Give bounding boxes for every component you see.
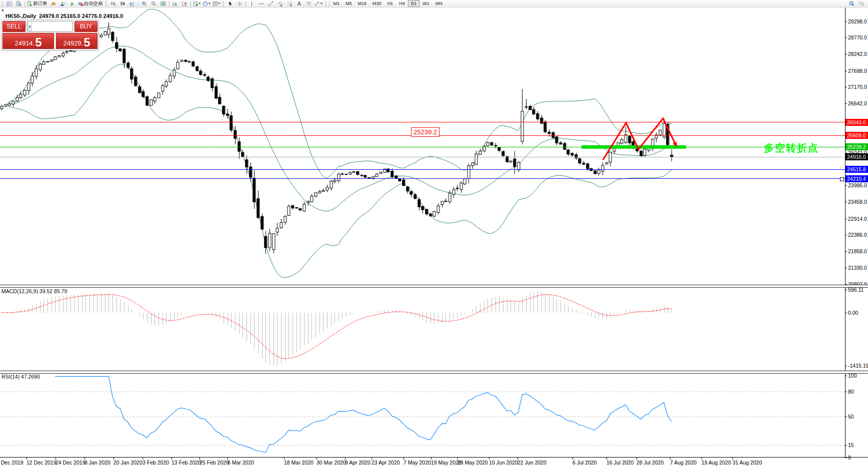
price-tick-label: 28770.0 [848,34,867,40]
toolbar-separator [169,1,170,6]
buy-price-tile[interactable]: 24929.5 [56,33,98,49]
candlestick-chart-button[interactable] [118,0,128,7]
toolbar-separator [329,1,330,6]
price-tick-mark [845,37,847,38]
chart-symbol-period: HK50-,Daily [6,13,36,19]
bar-chart-icon [110,1,116,6]
chart-plot-canvas[interactable] [0,7,845,457]
trendline-button[interactable] [266,0,276,7]
volume-decrease-button[interactable]: ▼ [28,21,32,31]
pane-separator-macd[interactable] [0,285,868,288]
chat-button[interactable] [856,0,866,7]
price-tick-label: 29298.0 [848,18,867,24]
zoom-in-icon [142,1,147,6]
price-tick-label: 23986.0 [848,182,867,188]
price-level-annotation[interactable]: 25239.2 [411,127,440,137]
date-label: 13 Feb 2020 [172,460,201,466]
community-button[interactable] [58,0,68,7]
search-button[interactable] [847,0,856,7]
one-click-trading-panel: SELL ▼ ▲ BUY 24914.5 24929.5 [1,19,99,50]
bar-chart-button[interactable] [108,0,118,7]
rsi-tick-mark [845,392,847,392]
date-label: 6 Jul 2020 [572,460,596,466]
toolbar-grip[interactable] [222,1,224,6]
text-button[interactable]: A [294,0,304,7]
tile-windows-button[interactable] [158,0,168,7]
chart-shift-marker[interactable]: ▲ [1,8,4,11]
dropdown-caret-icon: ▾ [320,1,322,5]
line-drag-handle[interactable] [840,177,844,181]
volume-stepper: ▼ ▲ [27,21,73,32]
timeframe-d1[interactable]: D1 [408,0,420,7]
price-tick-label: 23458.0 [848,199,867,205]
price-tag: 24515.8 [846,166,868,173]
date-label: 12 Dec 2019 [26,460,56,466]
text-label-button[interactable]: T [304,0,314,7]
buy-button[interactable]: BUY [74,21,98,32]
horizontal-line-button[interactable] [256,0,266,7]
price-axis-line [845,7,846,457]
fibonacci-button[interactable]: F [285,0,294,7]
rsi-tick-mark [845,417,847,417]
mt4-terminal-window: { "window": { "shift_marker": "▲", "symb… [0,0,868,468]
price-tag: 25609.0 [846,132,868,139]
periods-button[interactable]: ▾ [202,0,212,7]
turning-point-annotation[interactable]: 多空转折点 [764,141,819,155]
macd-tick-label: 596.11 [848,287,864,293]
vertical-line-icon [249,1,254,6]
zoom-in-button[interactable] [140,0,149,7]
auto-scroll-button[interactable] [170,0,180,7]
crosshair-button[interactable] [235,0,244,7]
timeframe-m30[interactable]: M30 [370,0,384,7]
community-icon [60,1,66,6]
toolbar-grip[interactable] [325,1,326,6]
macd-tick-label: 0.00 [848,310,858,316]
timeframe-w1[interactable]: W1 [420,0,432,7]
macd-tick-mark [845,290,847,290]
svg-text:F: F [290,3,292,6]
date-label: 16 Jul 2020 [606,460,634,466]
chart-shift-button[interactable] [180,0,190,7]
new-chart-button[interactable]: ▾ [192,0,202,7]
fibonacci-icon: F [287,1,292,6]
metaquotes-button[interactable] [48,0,58,7]
rsi-tick-label: 15 [848,442,854,448]
sell-button[interactable]: SELL [2,21,26,32]
date-label: 20 Jan 2020 [114,460,142,466]
charts-button[interactable] [4,0,14,7]
price-tick-mark [845,185,847,186]
templates-button[interactable]: ▾ [212,0,222,7]
new-order-button[interactable]: 新订单 [26,0,48,7]
date-label: 10 Jun 2020 [489,460,518,466]
timeframe-mn[interactable]: MN [432,0,446,7]
price-tick-label: 27698.0 [848,68,867,74]
market-watch-button[interactable] [14,0,24,7]
timeframe-m5[interactable]: M5 [342,0,355,7]
auto-scroll-icon [172,1,178,6]
text-label-icon: T [306,1,312,6]
cursor-button[interactable] [226,0,235,7]
pane-separator-rsi[interactable] [0,371,868,374]
signals-button[interactable] [68,0,77,7]
equidistant-channel-button[interactable]: E [276,0,285,7]
line-chart-button[interactable] [128,0,137,7]
timeframe-m15[interactable]: M15 [355,0,370,7]
toolbar-grip[interactable] [2,1,3,6]
timeframe-h4[interactable]: H4 [396,0,408,7]
zoom-out-icon [151,1,156,6]
horizontal-line-icon [258,1,264,6]
vertical-line-button[interactable] [247,0,256,7]
timeframe-h1[interactable]: H1 [384,0,396,7]
price-tag: 25239.2 [846,143,868,150]
new-order-button-label: 新订单 [33,0,48,7]
date-label: 2 Dec 2019 [0,460,24,466]
zoom-out-button[interactable] [149,0,158,7]
autotrading-button[interactable]: 自动交易 [77,0,104,7]
toolbar-grip[interactable] [106,1,107,6]
volume-input[interactable] [32,21,73,31]
sell-price-main: 24914. [14,38,34,48]
price-tick-label: 27170.0 [848,84,867,90]
arrows-button[interactable]: ▾ [314,0,324,7]
timeframe-m1[interactable]: M1 [330,0,343,7]
sell-price-tile[interactable]: 24914.5 [2,33,54,49]
